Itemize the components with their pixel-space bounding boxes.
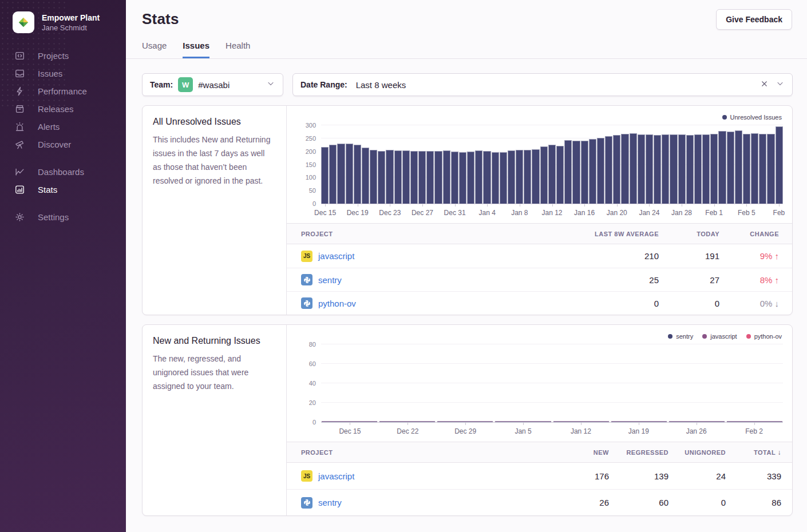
project-link[interactable]: sentry (318, 498, 342, 507)
performance-icon (14, 86, 25, 97)
new-value: 26 (546, 498, 609, 507)
table-row: sentry 25 27 8% ↑ (287, 268, 792, 291)
column-header-today: TODAY (659, 231, 719, 237)
sidebar-item-label: Projects (38, 51, 69, 61)
change-value: 8% ↑ (719, 275, 779, 285)
sidebar-item-dashboards[interactable]: Dashboards (0, 163, 126, 181)
chevron-down-icon[interactable] (776, 79, 785, 90)
legend-item-sentry[interactable]: sentry (668, 332, 693, 341)
sidebar-item-label: Settings (38, 212, 69, 222)
new-returning-issues-chart[interactable]: sentry javascript python-ov 020406 (287, 325, 792, 438)
settings-icon (14, 212, 25, 223)
total-value: 339 (726, 471, 781, 481)
sort-descending-icon: ↓ (778, 448, 782, 456)
sidebar-item-settings[interactable]: Settings (0, 208, 126, 226)
stats-icon (14, 184, 25, 195)
unresolved-issues-chart[interactable]: Unresolved Issues 050100150200250300Dec … (287, 106, 792, 220)
chart-legend: sentry javascript python-ov (295, 332, 784, 341)
panel-description: The new, regressed, and unignored issues… (153, 352, 275, 393)
legend-label: javascript (710, 333, 737, 340)
new-returning-issues-panel: New and Returning Issues The new, regres… (142, 324, 793, 516)
team-avatar: W (178, 77, 193, 92)
sidebar-item-performance[interactable]: Performance (0, 82, 126, 100)
column-header-change: CHANGE (719, 231, 779, 237)
column-header-unignored: UNIGNORED (668, 449, 726, 456)
legend-dot (702, 334, 707, 339)
unresolved-issues-panel: All Unresolved Issues This includes New … (142, 105, 793, 315)
team-select-label: Team: (150, 80, 173, 89)
sidebar-item-label: Dashboards (38, 167, 84, 177)
sidebar-item-stats[interactable]: Stats (0, 181, 126, 198)
sidebar-item-alerts[interactable]: Alerts (0, 118, 126, 136)
chart-legend: Unresolved Issues (295, 113, 784, 122)
project-link[interactable]: javascript (318, 471, 354, 481)
panel-summary: All Unresolved Issues This includes New … (143, 106, 287, 315)
issues-icon (14, 68, 25, 79)
date-range-select[interactable]: Date Range: Last 8 weeks (292, 73, 793, 96)
arrow-up-icon: ↑ (775, 275, 780, 285)
main-area: Stats Give Feedback Usage Issues Health … (126, 0, 807, 532)
arrow-up-icon: ↑ (775, 251, 780, 261)
javascript-platform-icon: JS (301, 251, 312, 262)
project-link[interactable]: python-ov (318, 299, 356, 308)
table-header-row: PROJECT LAST 8W AVERAGE TODAY CHANGE (287, 223, 792, 244)
sidebar: Empower Plant Jane Schmidt Projects Issu… (0, 0, 126, 532)
tab-bar: Usage Issues Health (142, 41, 792, 58)
sidebar-item-issues[interactable]: Issues (0, 65, 126, 82)
table-header-row: PROJECT NEW REGRESSED UNIGNORED TOTAL ↓ (287, 442, 792, 463)
legend-item-unresolved[interactable]: Unresolved Issues (722, 113, 782, 122)
table-row: JS javascript 210 191 9% ↑ (287, 244, 792, 268)
table-row: sentry 26 60 0 86 (287, 489, 792, 515)
clear-date-range-icon[interactable] (760, 80, 769, 90)
arrow-down-icon: ↓ (775, 299, 780, 308)
stacked-bar-chart: 020406080Dec 15Dec 22Dec 29Jan 5Jan 12Ja… (321, 344, 783, 438)
legend-label: Unresolved Issues (730, 114, 782, 121)
give-feedback-button[interactable]: Give Feedback (716, 9, 792, 30)
panel-title: All Unresolved Issues (153, 117, 275, 127)
legend-item-javascript[interactable]: javascript (702, 332, 737, 341)
avg-value: 25 (550, 275, 659, 285)
sidebar-item-label: Alerts (38, 122, 60, 132)
sidebar-item-projects[interactable]: Projects (0, 47, 126, 65)
sidebar-item-label: Releases (38, 104, 74, 114)
table-row: JS javascript 176 139 24 339 (287, 463, 792, 489)
legend-dot (722, 115, 727, 120)
panel-description: This includes New and Returning issues i… (153, 133, 275, 188)
unresolved-issues-table: PROJECT LAST 8W AVERAGE TODAY CHANGE JS … (287, 223, 792, 315)
projects-icon (14, 50, 25, 61)
page-title: Stats (142, 10, 792, 28)
legend-label: sentry (676, 333, 693, 340)
nav-divider (0, 153, 126, 163)
content-area: Team: W #wasabi Date Range: Last 8 weeks (126, 59, 807, 525)
tab-usage[interactable]: Usage (142, 41, 167, 58)
org-logo-icon (13, 11, 34, 33)
today-value: 0 (659, 299, 719, 308)
user-name: Jane Schmidt (42, 23, 100, 33)
regressed-value: 139 (609, 471, 668, 481)
panel-summary: New and Returning Issues The new, regres… (143, 325, 287, 515)
legend-dot (668, 334, 672, 339)
legend-item-python-ov[interactable]: python-ov (746, 332, 782, 341)
sidebar-nav: Projects Issues Performance Releases Ale… (0, 47, 126, 226)
org-switcher[interactable]: Empower Plant Jane Schmidt (13, 11, 126, 33)
today-value: 191 (659, 251, 719, 261)
org-name: Empower Plant (42, 13, 100, 23)
column-header-total[interactable]: TOTAL ↓ (726, 448, 781, 456)
project-link[interactable]: javascript (318, 251, 354, 261)
unignored-value: 0 (668, 498, 726, 507)
filter-bar: Team: W #wasabi Date Range: Last 8 weeks (142, 73, 793, 96)
column-header-average: LAST 8W AVERAGE (550, 231, 659, 237)
tab-issues[interactable]: Issues (183, 41, 209, 58)
column-header-project: PROJECT (301, 449, 546, 456)
change-value: 9% ↑ (719, 251, 779, 261)
table-row: python-ov 0 0 0% ↓ (287, 291, 792, 315)
sidebar-item-discover[interactable]: Discover (0, 136, 126, 153)
project-link[interactable]: sentry (318, 275, 342, 285)
team-select[interactable]: Team: W #wasabi (142, 73, 283, 96)
unignored-value: 24 (668, 471, 726, 481)
sidebar-item-releases[interactable]: Releases (0, 100, 126, 118)
app-window: Empower Plant Jane Schmidt Projects Issu… (0, 0, 807, 532)
sidebar-item-label: Discover (38, 140, 71, 149)
new-returning-issues-table: PROJECT NEW REGRESSED UNIGNORED TOTAL ↓ … (287, 442, 792, 515)
tab-health[interactable]: Health (226, 41, 250, 58)
